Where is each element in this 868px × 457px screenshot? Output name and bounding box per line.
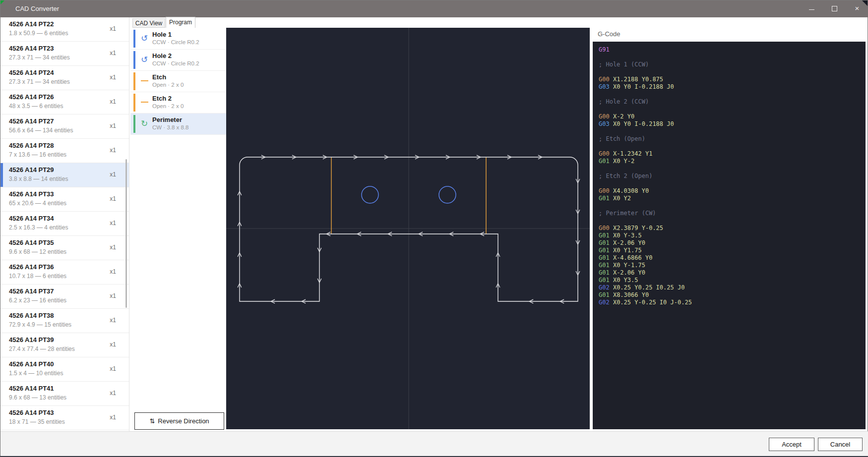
part-count-badge: x1 xyxy=(110,244,116,251)
selection-bar xyxy=(0,406,3,430)
part-name: 4526 A14 PT29 xyxy=(9,166,54,173)
part-dims: 2.5 x 16.3 — 4 entities xyxy=(9,224,68,231)
operation-name: Hole 1 xyxy=(152,31,172,38)
gcode-line: G01 X0 Y2 xyxy=(599,195,866,202)
part-count-badge: x1 xyxy=(110,220,116,227)
gcode-line: G00 X-2 Y0 xyxy=(599,113,866,120)
gcode-line: ; Perimeter (CW) xyxy=(599,210,866,217)
gcode-line: G02 X0.25 Y0.25 I0.25 J0 xyxy=(599,284,866,291)
part-list-item[interactable]: 4526 A14 PT293.8 x 8.8 — 14 entitiesx1 xyxy=(0,163,129,187)
part-dims: 1.5 x 4 — 10 entities xyxy=(9,370,63,377)
part-list-item[interactable]: 4526 A14 PT359.6 x 68 — 12 entitiesx1 xyxy=(0,236,129,260)
gcode-line: G01 X0 Y-3.5 xyxy=(599,232,866,239)
operation-detail: CW · 3.8 x 8.8 xyxy=(152,124,189,130)
reverse-direction-icon: ⇅ xyxy=(149,417,155,425)
selection-bar xyxy=(0,163,3,187)
operation-item[interactable]: Etch 2Open · 2 x 0 xyxy=(130,92,226,114)
gcode-line: ; Etch (Open) xyxy=(599,135,866,143)
window-corner-accent xyxy=(862,0,868,6)
selection-bar xyxy=(0,187,3,211)
part-list-item[interactable]: 4526 A14 PT3610.7 x 18 — 6 entitiesx1 xyxy=(0,260,129,285)
selection-bar xyxy=(0,66,3,90)
operation-name: Hole 2 xyxy=(152,52,172,59)
gcode-line: G00 X2.3879 Y-0.25 xyxy=(599,225,866,232)
cad-canvas[interactable] xyxy=(226,28,590,429)
part-name: 4526 A14 PT26 xyxy=(9,93,54,101)
parts-scrollbar[interactable] xyxy=(125,159,127,308)
part-name: 4526 A14 PT43 xyxy=(9,409,54,416)
part-list-item[interactable]: 4526 A14 PT401.5 x 4 — 10 entitiesx1 xyxy=(0,357,129,382)
window-corner-accent xyxy=(0,0,4,4)
part-name: 4526 A14 PT40 xyxy=(9,360,54,368)
part-name: 4526 A14 PT37 xyxy=(9,287,54,295)
part-count-badge: x1 xyxy=(110,365,116,372)
part-list-item[interactable]: 4526 A14 PT2327.3 x 71 — 34 entitiesx1 xyxy=(0,42,129,66)
part-dims: 3.8 x 8.8 — 14 entities xyxy=(9,175,68,182)
part-list-item[interactable]: 4526 A14 PT4318 x 71 — 35 entitiesx1 xyxy=(0,406,129,430)
part-list-item[interactable]: 4526 A14 PT376.2 x 23 — 16 entitiesx1 xyxy=(0,285,129,309)
operation-name: Etch 2 xyxy=(152,95,172,102)
operation-name: Etch xyxy=(152,73,166,81)
gcode-line: G03 X0 Y0 I-0.2188 J0 xyxy=(599,120,866,128)
part-list-item[interactable]: 4526 A14 PT287 x 13.6 — 16 entitiesx1 xyxy=(0,139,129,163)
part-dims: 9.6 x 68 — 13 entities xyxy=(9,394,66,401)
operation-detail: CCW · Circle R0.2 xyxy=(152,60,199,66)
etch-line-icon xyxy=(139,97,149,109)
operation-color-bar xyxy=(133,115,135,133)
gcode-line: G01 X8.3066 Y0 xyxy=(599,291,866,299)
gcode-line: G01 X-2.06 Y0 xyxy=(599,239,866,247)
selection-bar xyxy=(0,139,3,163)
operation-detail: Open · 2 x 0 xyxy=(152,103,184,109)
reverse-direction-button[interactable]: ⇅Reverse Direction xyxy=(134,412,224,430)
part-name: 4526 A14 PT24 xyxy=(9,69,54,76)
selection-bar xyxy=(0,357,3,381)
gcode-line xyxy=(599,68,866,76)
operation-item[interactable]: ↺Hole 2CCW · Circle R0.2 xyxy=(130,50,226,71)
part-dims: 48 x 3.5 — 6 entities xyxy=(9,103,63,110)
minimize-button[interactable] xyxy=(800,0,823,17)
parts-list[interactable]: 4526 A14 PT221.8 x 50.9 — 6 entitiesx145… xyxy=(0,17,129,431)
accept-button[interactable]: Accept xyxy=(769,438,814,451)
operation-item[interactable]: ↺Hole 1CCW · Circle R0.2 xyxy=(130,28,226,50)
maximize-icon xyxy=(832,6,837,11)
cancel-button[interactable]: Cancel xyxy=(818,438,863,451)
part-name: 4526 A14 PT27 xyxy=(9,117,54,125)
gcode-line: G01 X0 Y1.75 xyxy=(599,247,866,254)
part-list-item[interactable]: 4526 A14 PT342.5 x 16.3 — 4 entitiesx1 xyxy=(0,212,129,236)
part-list-item[interactable]: 4526 A14 PT419.6 x 68 — 13 entitiesx1 xyxy=(0,382,129,406)
part-list-item[interactable]: 4526 A14 PT2427.3 x 71 — 34 entitiesx1 xyxy=(0,66,129,90)
gcode-line: G01 X0 Y3.5 xyxy=(599,277,866,284)
gcode-line: G00 X1.2188 Y0.875 xyxy=(599,76,866,83)
ccw-arrow-icon: ↺ xyxy=(139,54,149,66)
part-list-item[interactable]: 4526 A14 PT3365 x 20.6 — 4 entitiesx1 xyxy=(0,187,129,212)
gcode-line: G01 X0 Y-2 xyxy=(599,158,866,165)
gcode-line: ; Hole 1 (CCW) xyxy=(599,61,866,68)
part-name: 4526 A14 PT28 xyxy=(9,142,54,149)
operation-color-bar xyxy=(133,51,135,69)
part-count-badge: x1 xyxy=(110,122,116,129)
part-name: 4526 A14 PT22 xyxy=(9,20,54,28)
gcode-panel-title: G-Code xyxy=(598,30,620,38)
operation-item[interactable]: ↻PerimeterCW · 3.8 x 8.8 xyxy=(130,114,226,135)
close-icon: × xyxy=(855,4,860,12)
footer-bar: Accept Cancel xyxy=(0,431,868,456)
gcode-text[interactable]: G91 ; Hole 1 (CCW) G00 X1.2188 Y0.875G03… xyxy=(593,42,866,429)
selection-bar xyxy=(0,114,3,138)
maximize-button[interactable] xyxy=(823,0,846,17)
app-window: CAD Converter × 4526 A14 PT221.8 x 50.9 … xyxy=(0,0,868,457)
part-list-item[interactable]: 4526 A14 PT3872.9 x 4.9 — 15 entitiesx1 xyxy=(0,309,129,333)
tab-cad-view[interactable]: CAD View xyxy=(132,18,165,28)
gcode-line: G01 X-2.06 Y0 xyxy=(599,269,866,277)
part-list-item[interactable]: 4526 A14 PT221.8 x 50.9 — 6 entitiesx1 xyxy=(0,17,129,42)
hole-circle xyxy=(439,186,456,203)
gcode-line xyxy=(599,106,866,113)
part-list-item[interactable]: 4526 A14 PT2756.6 x 64 — 134 entitiesx1 xyxy=(0,114,129,139)
selection-bar xyxy=(0,260,3,284)
gcode-line: ; Etch 2 (Open) xyxy=(599,172,866,180)
operation-item[interactable]: EtchOpen · 2 x 0 xyxy=(130,71,226,92)
selection-bar xyxy=(0,382,3,405)
part-list-item[interactable]: 4526 A14 PT2648 x 3.5 — 6 entitiesx1 xyxy=(0,90,129,114)
tab-program[interactable]: Program xyxy=(166,17,195,28)
part-list-item[interactable]: 4526 A14 PT3927.4 x 77.4 — 28 entitiesx1 xyxy=(0,333,129,357)
hole-circle xyxy=(362,186,378,203)
